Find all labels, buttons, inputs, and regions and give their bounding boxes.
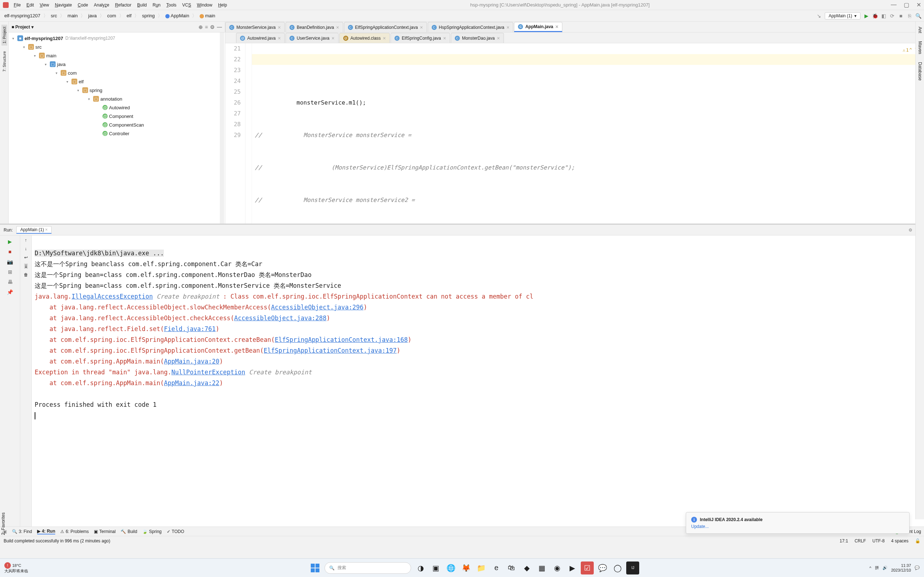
- tree-com[interactable]: com: [68, 70, 77, 76]
- debug-button[interactable]: 🐞: [872, 13, 878, 19]
- menu-navigate[interactable]: Navigate: [53, 2, 74, 8]
- structure-tool-tab[interactable]: 7: Structure: [2, 49, 7, 74]
- stop-run-button[interactable]: ■: [6, 248, 14, 256]
- close-icon[interactable]: ×: [336, 24, 339, 30]
- problems-tab[interactable]: ⚠ 6: Problems: [60, 529, 89, 534]
- stack-link[interactable]: AppMain.java:22: [164, 379, 220, 387]
- tab-monsterservice[interactable]: CMonsterService.java×: [225, 22, 285, 32]
- close-icon[interactable]: ×: [556, 24, 558, 29]
- close-icon[interactable]: ×: [383, 35, 386, 41]
- crumb-java[interactable]: java: [87, 12, 98, 19]
- menu-file[interactable]: FFileile: [11, 2, 23, 8]
- task-edge2[interactable]: e: [490, 561, 503, 574]
- select-opened-file-icon[interactable]: ⊕: [199, 24, 203, 30]
- terminal-tab[interactable]: ▣ Terminal: [94, 529, 115, 534]
- settings-icon[interactable]: ⚙: [210, 24, 215, 30]
- task-store[interactable]: 🛍: [505, 561, 518, 574]
- tab-elfspringconfig[interactable]: CElfSpringConfig.java×: [391, 33, 450, 43]
- tray-network-icon[interactable]: 🔊: [882, 566, 888, 570]
- soft-wrap-button[interactable]: ↩: [24, 255, 28, 260]
- warning-badge[interactable]: ⚠ 1 ^ ˅: [903, 45, 917, 56]
- tree-java[interactable]: java: [57, 62, 66, 67]
- tab-monsterdao[interactable]: CMonsterDao.java×: [451, 33, 504, 43]
- database-tool-tab[interactable]: Database: [917, 60, 923, 82]
- close-icon[interactable]: ×: [497, 35, 500, 41]
- clear-button[interactable]: 🗑: [24, 272, 28, 277]
- project-tree[interactable]: ▾■elf-myspring1207D:\lianxi\elf-myspring…: [9, 32, 225, 224]
- console-output[interactable]: D:\MySoftware\jdk8\bin\java.exe ... 这不是一…: [32, 235, 924, 527]
- tab-userservice[interactable]: CUserService.java×: [286, 33, 339, 43]
- readonly-icon[interactable]: 🔓: [915, 538, 921, 543]
- task-taskview[interactable]: ▣: [429, 561, 442, 574]
- tree-module[interactable]: elf-myspring1207: [24, 36, 63, 41]
- task-edge[interactable]: 🌐: [444, 561, 457, 574]
- stack-link[interactable]: AccessibleObject.java:288: [234, 314, 327, 322]
- menu-build[interactable]: Build: [135, 2, 149, 8]
- menu-analyze[interactable]: Analyze: [92, 2, 111, 8]
- maximize-button[interactable]: ▢: [904, 2, 909, 8]
- expand-all-icon[interactable]: ≡: [205, 24, 208, 30]
- camera-icon[interactable]: 📷: [6, 258, 14, 266]
- task-media[interactable]: ▶: [565, 561, 578, 574]
- crumb-com[interactable]: com: [106, 12, 118, 19]
- tab-beandefinition[interactable]: CBeanDefinition.java×: [286, 22, 343, 32]
- crumb-elf[interactable]: elf: [125, 12, 133, 19]
- task-app1[interactable]: ▦: [535, 561, 548, 574]
- tree-src[interactable]: src: [36, 44, 42, 50]
- crumb-class[interactable]: AppMain: [164, 12, 191, 19]
- scroll-end-button[interactable]: ⤓: [24, 264, 28, 269]
- close-icon[interactable]: ×: [278, 35, 281, 41]
- tab-autowired-class[interactable]: @Autowired.class×: [339, 33, 390, 43]
- update-button[interactable]: ⎘: [907, 13, 913, 19]
- minimize-button[interactable]: —: [891, 2, 897, 8]
- tray-ime-icon[interactable]: 拼: [875, 565, 879, 571]
- build-tab[interactable]: 🔨 Build: [121, 529, 137, 534]
- tab-hspspringcontext[interactable]: CHspSpringApplicationContext.java×: [428, 22, 514, 32]
- profile-button[interactable]: ⟳: [889, 13, 895, 19]
- close-icon[interactable]: ×: [420, 24, 423, 30]
- tree-main[interactable]: main: [46, 53, 56, 58]
- exception-link[interactable]: IllegalAccessException: [71, 293, 153, 300]
- crumb-module[interactable]: elf-myspring1207: [3, 12, 42, 19]
- caret-position[interactable]: 17:1: [840, 538, 848, 543]
- search-everywhere-button[interactable]: 🔍: [915, 13, 921, 19]
- task-copilot[interactable]: ◑: [414, 561, 427, 574]
- tab-autowired-java[interactable]: @Autowired.java×: [236, 33, 285, 43]
- stack-link[interactable]: AppMain.java:20: [164, 358, 220, 365]
- menu-refactor[interactable]: Refactor: [113, 2, 134, 8]
- menu-code[interactable]: Code: [76, 2, 90, 8]
- up-trace-button[interactable]: ↑: [25, 238, 27, 243]
- start-button[interactable]: [309, 561, 321, 574]
- task-todo[interactable]: ☑: [581, 561, 594, 574]
- close-icon[interactable]: ×: [45, 227, 48, 232]
- code-area[interactable]: monsterService.m1(); // MonsterService m…: [252, 43, 918, 224]
- pin-icon[interactable]: 📌: [6, 288, 14, 296]
- taskbar-search[interactable]: 🔍搜索: [325, 562, 411, 574]
- system-tray[interactable]: ^ 拼 🔊 11:372023/12/10 💬: [869, 563, 920, 573]
- tab-appmain[interactable]: CAppMain.java×: [514, 22, 562, 32]
- fold-column[interactable]: [246, 43, 252, 224]
- print-icon[interactable]: 🖶: [6, 278, 14, 286]
- project-tool-tab[interactable]: 1: Project: [2, 24, 7, 45]
- task-firefox[interactable]: 🦊: [459, 561, 472, 574]
- task-obsidian[interactable]: ◆: [520, 561, 533, 574]
- indent-setting[interactable]: 4 spaces: [891, 538, 908, 543]
- crumb-src[interactable]: src: [50, 12, 58, 19]
- menu-view[interactable]: View: [37, 2, 51, 8]
- tree-spring[interactable]: spring: [89, 88, 102, 93]
- task-app2[interactable]: ◉: [551, 561, 564, 574]
- tree-annotation[interactable]: annotation: [100, 96, 122, 102]
- crumb-main[interactable]: main: [66, 12, 79, 19]
- run-settings-icon[interactable]: ⚙: [908, 227, 913, 233]
- maven-tool-tab[interactable]: Maven: [917, 39, 923, 56]
- create-breakpoint-link[interactable]: Create breakpoint: [153, 293, 223, 300]
- tree-item-autowired[interactable]: Autowired: [109, 105, 130, 110]
- line-separator[interactable]: CRLF: [855, 538, 866, 543]
- tray-chevron-icon[interactable]: ^: [869, 566, 871, 570]
- project-view-selector[interactable]: ■ Project ▾: [11, 24, 34, 29]
- stack-link[interactable]: ElfSpringApplicationContext.java:197: [264, 347, 397, 354]
- tray-notifications-icon[interactable]: 💬: [914, 566, 920, 570]
- hide-icon[interactable]: —: [217, 24, 222, 30]
- rerun-button[interactable]: ▶: [6, 238, 14, 246]
- close-button[interactable]: ✕: [916, 2, 921, 8]
